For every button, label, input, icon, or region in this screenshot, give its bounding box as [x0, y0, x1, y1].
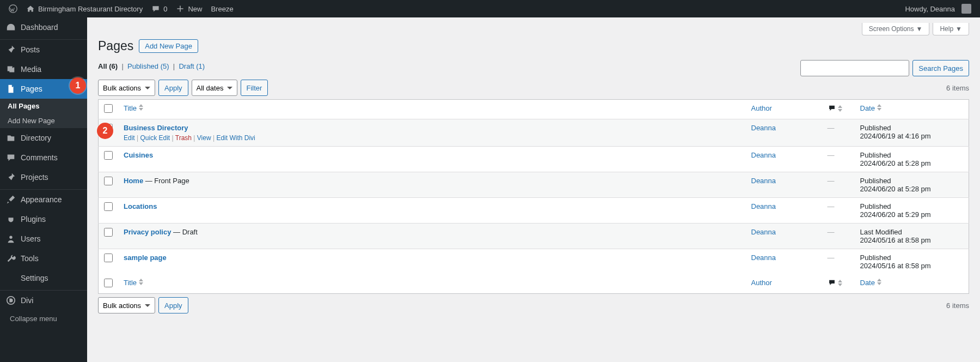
admin-sidebar: Dashboard Posts Media Pages All Pages Ad…: [0, 17, 87, 328]
sidebar-item-label: Directory: [21, 134, 51, 142]
sidebar-item-directory[interactable]: Directory: [0, 128, 87, 148]
status-label: Published: [860, 124, 891, 132]
sidebar-item-plugins[interactable]: Plugins: [0, 209, 87, 229]
sidebar-item-label: Media: [21, 65, 41, 74]
callout-2: 2: [97, 123, 113, 139]
edit-divi-link[interactable]: Edit With Divi: [216, 134, 255, 142]
author-link[interactable]: Deanna: [751, 202, 776, 210]
howdy-label: Howdy, Deanna: [905, 5, 955, 13]
select-all-bottom[interactable]: [104, 279, 113, 287]
trash-link[interactable]: Trash: [175, 134, 192, 142]
status-label: Published: [860, 177, 891, 185]
page-title-link[interactable]: Home: [124, 177, 143, 185]
sidebar-item-dashboard[interactable]: Dashboard: [0, 17, 87, 37]
sidebar-item-divi[interactable]: Divi: [0, 291, 87, 310]
sidebar-item-users[interactable]: Users: [0, 229, 87, 249]
media-icon: [5, 64, 16, 75]
brush-icon: [5, 194, 16, 205]
admin-bar: Birmingham Restaurant Directory 0 New Br…: [0, 0, 980, 17]
page-title: Pages: [98, 39, 133, 53]
author-link[interactable]: Deanna: [751, 228, 776, 236]
screen-meta: Screen Options ▼ Help ▼: [98, 23, 969, 35]
projects-icon: [5, 172, 16, 183]
sidebar-subitem-add-new[interactable]: Add New Page: [0, 113, 87, 128]
comment-icon: [151, 4, 160, 13]
search-input[interactable]: [800, 60, 909, 76]
apply-bulk-button-bottom[interactable]: Apply: [158, 297, 188, 313]
comments-shortcut[interactable]: 0: [147, 0, 171, 17]
col-title-sort[interactable]: Title: [124, 104, 740, 112]
col-comments[interactable]: [822, 100, 855, 119]
sidebar-item-label: Comments: [21, 153, 58, 162]
row-checkbox[interactable]: [104, 254, 113, 262]
wrench-icon: [5, 253, 16, 264]
bulk-actions-select-bottom[interactable]: Bulk actions: [98, 297, 155, 313]
sidebar-item-tools[interactable]: Tools: [0, 249, 87, 268]
view-all[interactable]: All (6): [98, 62, 120, 70]
sidebar-item-media[interactable]: Media: [0, 59, 87, 79]
row-checkbox[interactable]: [104, 151, 113, 160]
new-label: New: [188, 5, 202, 13]
comments-count: —: [828, 202, 835, 210]
add-new-page-button[interactable]: Add New Page: [139, 39, 198, 53]
sidebar-subitem-all-pages[interactable]: All Pages: [0, 99, 87, 113]
edit-link[interactable]: Edit: [124, 134, 135, 142]
page-title-link[interactable]: sample page: [124, 254, 167, 262]
sidebar-item-projects[interactable]: Projects: [0, 167, 87, 187]
site-name[interactable]: Birmingham Restaurant Directory: [22, 0, 147, 17]
row-checkbox[interactable]: [104, 228, 113, 237]
divi-icon: [5, 295, 16, 306]
date-label: 2024/06/19 at 4:16 pm: [860, 132, 931, 140]
page-title-link[interactable]: Privacy policy: [124, 228, 171, 236]
author-link[interactable]: Deanna: [751, 254, 776, 262]
comments-count: —: [828, 177, 835, 185]
page-title-link[interactable]: Business Directory: [124, 124, 188, 132]
filter-button[interactable]: Filter: [241, 80, 268, 96]
date-filter-select[interactable]: All dates: [192, 80, 237, 96]
sidebar-item-comments[interactable]: Comments: [0, 148, 87, 167]
sliders-icon: [5, 273, 16, 283]
screen-options-button[interactable]: Screen Options ▼: [862, 23, 930, 35]
author-link[interactable]: Deanna: [751, 177, 776, 185]
page-title-link[interactable]: Locations: [124, 202, 157, 210]
my-account[interactable]: Howdy, Deanna: [901, 0, 976, 17]
pages-table: Title Author Date Business DirectoryEdit…: [98, 99, 969, 294]
screen-options-label: Screen Options: [869, 25, 914, 33]
breeze[interactable]: Breeze: [206, 0, 237, 17]
view-link[interactable]: View: [197, 134, 211, 142]
sidebar-submenu-pages: All Pages Add New Page: [0, 99, 87, 128]
row-actions: Edit | Quick Edit | Trash | View | Edit …: [124, 134, 740, 142]
view-published[interactable]: Published (5): [127, 62, 171, 70]
page-title-link[interactable]: Cuisines: [124, 151, 153, 159]
author-link[interactable]: Deanna: [751, 124, 776, 132]
sort-icon: [838, 280, 842, 288]
bulk-actions-select[interactable]: Bulk actions: [98, 80, 155, 96]
sidebar-item-label: Dashboard: [21, 23, 58, 32]
col-title-sort[interactable]: Title: [124, 279, 740, 287]
help-button[interactable]: Help ▼: [933, 23, 969, 35]
search-box: Search Pages: [800, 60, 969, 76]
row-checkbox[interactable]: [104, 177, 113, 185]
search-pages-button[interactable]: Search Pages: [912, 60, 969, 76]
select-all-top[interactable]: [104, 104, 113, 113]
svg-point-1: [9, 236, 12, 239]
col-comments[interactable]: [822, 274, 855, 294]
collapse-menu[interactable]: Collapse menu: [0, 310, 87, 327]
sidebar-item-settings[interactable]: Settings: [0, 268, 87, 288]
view-draft[interactable]: Draft (1): [179, 62, 205, 70]
sidebar-item-posts[interactable]: Posts: [0, 40, 87, 59]
wp-logo[interactable]: [4, 0, 22, 17]
sidebar-item-appearance[interactable]: Appearance: [0, 190, 87, 209]
author-link[interactable]: Deanna: [751, 151, 776, 159]
new-content[interactable]: New: [171, 0, 206, 17]
col-date-sort[interactable]: Date: [860, 279, 964, 287]
quick-edit-link[interactable]: Quick Edit: [140, 134, 170, 142]
apply-bulk-button[interactable]: Apply: [158, 80, 188, 96]
row-checkbox[interactable]: [104, 202, 113, 211]
pages-icon: [5, 83, 16, 94]
sidebar-item-label: Users: [21, 234, 41, 243]
sidebar-item-label: Settings: [21, 274, 48, 282]
sidebar-item-label: Tools: [21, 254, 39, 263]
comment-icon: [828, 104, 836, 112]
col-date-sort[interactable]: Date: [860, 104, 964, 112]
